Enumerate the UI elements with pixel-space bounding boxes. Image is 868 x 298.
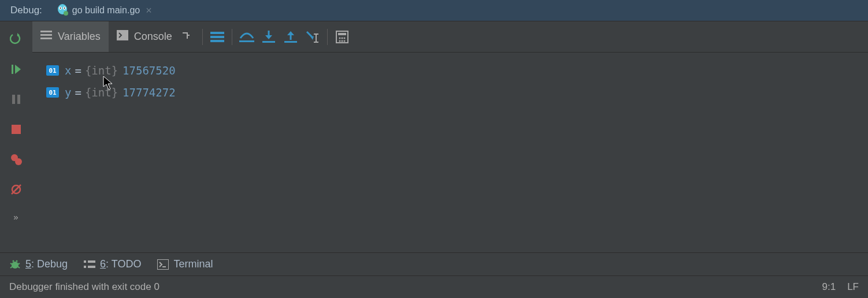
console-icon xyxy=(117,30,128,43)
variable-type: {int} xyxy=(85,86,118,99)
debug-toolwin-key: 5 xyxy=(25,258,31,270)
svg-line-40 xyxy=(10,266,13,268)
svg-rect-45 xyxy=(88,260,95,263)
todo-toolwin-label: : TODO xyxy=(106,258,141,270)
separator xyxy=(327,29,328,45)
pause-button[interactable] xyxy=(9,92,24,107)
svg-rect-30 xyxy=(338,33,346,35)
run-to-cursor-button[interactable] xyxy=(302,21,324,53)
separator xyxy=(232,29,232,45)
variable-name: x xyxy=(65,64,71,77)
svg-point-3 xyxy=(60,8,61,9)
terminal-toolwin-button[interactable]: Terminal xyxy=(157,258,213,270)
svg-rect-21 xyxy=(239,40,254,42)
caret-position[interactable]: 9:1 xyxy=(822,281,836,293)
svg-rect-17 xyxy=(117,30,128,40)
debug-label: Debug: xyxy=(0,5,53,16)
svg-point-35 xyxy=(341,40,343,42)
svg-rect-15 xyxy=(40,34,52,36)
todo-toolwin-key: 6 xyxy=(100,258,106,270)
svg-line-41 xyxy=(17,266,20,268)
debug-config-title: go build main.go xyxy=(72,5,140,16)
svg-point-36 xyxy=(343,40,345,42)
debug-config-tab[interactable]: go build main.go × xyxy=(53,0,158,21)
svg-rect-16 xyxy=(40,38,52,39)
svg-rect-7 xyxy=(12,95,15,104)
variables-list: 01 x = {int} 17567520 01 y = {int} 17774… xyxy=(32,53,868,110)
debug-body: » Variables Console xyxy=(0,21,868,252)
todo-icon xyxy=(84,260,95,269)
status-bar: Debugger finished with exit code 0 9:1 L… xyxy=(0,275,868,297)
status-message: Debugger finished with exit code 0 xyxy=(9,281,159,293)
gopher-icon xyxy=(56,3,69,18)
terminal-toolwin-label: Terminal xyxy=(173,258,213,270)
variable-value: 17567520 xyxy=(123,64,176,77)
variables-tab[interactable]: Variables xyxy=(32,21,109,52)
svg-rect-6 xyxy=(12,65,13,74)
debug-left-rail: » xyxy=(0,21,32,252)
variables-tab-label: Variables xyxy=(58,31,101,43)
svg-rect-18 xyxy=(210,32,224,34)
svg-point-33 xyxy=(343,37,345,39)
todo-toolwin-button[interactable]: 6: TODO xyxy=(84,258,141,270)
svg-rect-44 xyxy=(84,260,86,263)
svg-point-34 xyxy=(339,40,340,42)
svg-rect-19 xyxy=(210,36,224,38)
primitive-icon: 01 xyxy=(46,65,59,76)
console-tab[interactable]: Console xyxy=(109,21,199,52)
svg-point-42 xyxy=(13,260,14,262)
debug-toolwin-label: : Debug xyxy=(31,258,68,270)
svg-rect-46 xyxy=(84,266,86,268)
svg-point-43 xyxy=(16,260,18,262)
debug-content: Variables Console xyxy=(32,21,868,252)
pin-icon[interactable] xyxy=(181,31,191,43)
variable-row[interactable]: 01 x = {int} 17567520 xyxy=(46,59,854,81)
svg-point-4 xyxy=(64,8,65,9)
line-separator[interactable]: LF xyxy=(847,281,859,293)
mute-breakpoints-button[interactable] xyxy=(9,182,24,197)
svg-rect-8 xyxy=(17,95,20,104)
svg-rect-14 xyxy=(40,31,52,32)
more-actions-icon[interactable]: » xyxy=(13,212,18,222)
stop-button[interactable] xyxy=(9,122,24,137)
rerun-button[interactable] xyxy=(9,32,24,47)
svg-rect-9 xyxy=(12,125,21,134)
equals: = xyxy=(75,64,81,77)
svg-point-32 xyxy=(341,37,343,39)
console-tab-label: Console xyxy=(134,31,172,43)
svg-rect-48 xyxy=(157,259,169,270)
tool-window-bar: 5: Debug 6: TODO Terminal xyxy=(0,252,868,275)
svg-rect-47 xyxy=(88,266,95,268)
primitive-icon: 01 xyxy=(46,87,59,98)
list-icon xyxy=(40,31,52,43)
step-into-button[interactable] xyxy=(258,21,280,53)
separator xyxy=(202,29,203,45)
view-breakpoints-button[interactable] xyxy=(9,152,24,167)
step-over-button[interactable] xyxy=(236,21,258,53)
bug-icon xyxy=(9,259,21,270)
show-execution-point-button[interactable] xyxy=(206,21,228,53)
variable-row[interactable]: 01 y = {int} 17774272 xyxy=(46,81,854,103)
equals: = xyxy=(75,86,81,99)
variable-name: y xyxy=(65,86,71,99)
terminal-icon xyxy=(157,259,169,270)
variable-type: {int} xyxy=(85,64,118,77)
debug-topbar: Debug: go build main.go × xyxy=(0,0,868,21)
evaluate-expression-button[interactable] xyxy=(331,21,353,53)
step-out-button[interactable] xyxy=(280,21,302,53)
resume-button[interactable] xyxy=(9,62,24,77)
pane-header: Variables Console xyxy=(32,21,868,53)
svg-rect-23 xyxy=(262,41,275,43)
svg-point-37 xyxy=(12,262,18,269)
svg-rect-20 xyxy=(210,40,224,42)
svg-rect-25 xyxy=(284,41,297,43)
debug-toolwin-button[interactable]: 5: Debug xyxy=(9,258,68,270)
svg-point-11 xyxy=(15,158,22,165)
close-tab-icon[interactable]: × xyxy=(146,5,152,17)
svg-point-31 xyxy=(339,37,340,39)
variable-value: 17774272 xyxy=(123,86,176,99)
svg-point-5 xyxy=(64,11,68,16)
